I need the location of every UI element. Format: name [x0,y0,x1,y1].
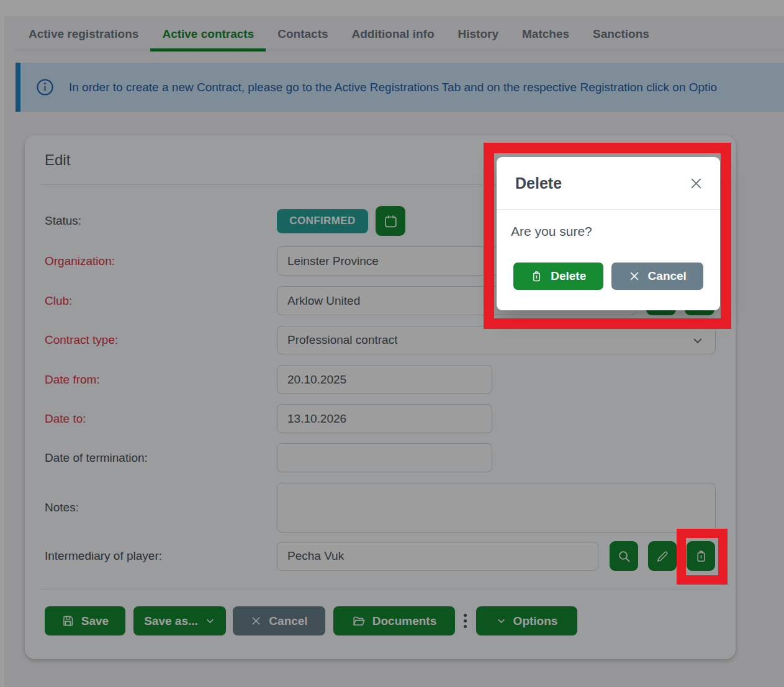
modal-close-button[interactable] [688,176,704,191]
modal-message: Are you sure? [511,223,703,240]
modal-title: Delete [515,174,562,192]
close-x-icon [628,270,641,282]
modal-cancel-button[interactable]: Cancel [611,263,703,290]
modal-delete-label: Delete [551,269,586,283]
app-screen: Active registrations Active contracts Co… [0,0,784,687]
modal-backdrop[interactable] [0,0,784,687]
modal-body: Are you sure? Delete [497,210,720,290]
modal-header: Delete [497,157,720,210]
modal-actions: Delete Cancel [511,263,703,290]
delete-confirm-modal: Delete Are you sure? [497,157,720,310]
close-x-icon [688,176,704,191]
modal-cancel-label: Cancel [648,269,687,283]
trash-icon [530,270,543,283]
modal-delete-button[interactable]: Delete [513,263,603,290]
